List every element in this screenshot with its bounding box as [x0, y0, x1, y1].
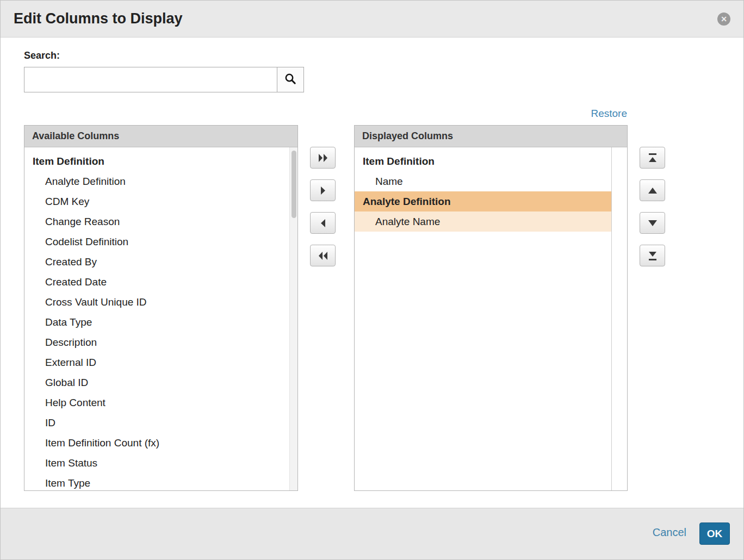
- available-column-item[interactable]: ID: [24, 413, 297, 433]
- available-column-item[interactable]: Item Definition Count (fx): [24, 433, 297, 453]
- available-columns-list: Item DefinitionAnalyte DefinitionCDM Key…: [24, 147, 297, 490]
- move-left-button[interactable]: [310, 212, 336, 234]
- available-column-item[interactable]: Created By: [24, 252, 297, 272]
- dialog-title: Edit Columns to Display: [14, 10, 183, 27]
- dialog-header: Edit Columns to Display ✕: [1, 1, 743, 38]
- move-to-top-button[interactable]: [640, 147, 665, 169]
- available-column-item[interactable]: Description: [24, 332, 297, 352]
- move-to-top-icon: [648, 153, 658, 163]
- close-icon[interactable]: ✕: [717, 13, 730, 26]
- move-to-bottom-icon: [648, 251, 658, 260]
- move-right-button[interactable]: [310, 179, 336, 201]
- available-scrollbar-track[interactable]: [289, 147, 297, 490]
- search-button[interactable]: [277, 67, 304, 92]
- move-down-button[interactable]: [640, 212, 665, 234]
- available-column-item[interactable]: Item Definition: [24, 151, 297, 171]
- search-input[interactable]: [24, 67, 277, 92]
- available-scrollbar-thumb[interactable]: [292, 151, 296, 218]
- available-column-item[interactable]: Created Date: [24, 272, 297, 292]
- displayed-column-item[interactable]: Name: [355, 171, 611, 191]
- move-down-icon: [648, 220, 658, 227]
- ok-button[interactable]: OK: [699, 522, 730, 545]
- displayed-columns-panel: Displayed Columns Item DefinitionNameAna…: [354, 125, 628, 491]
- displayed-columns-list: Item DefinitionNameAnalyte DefinitionAna…: [355, 147, 627, 490]
- search-label: Search:: [24, 50, 60, 61]
- available-column-item[interactable]: Item Type: [24, 473, 297, 490]
- available-column-item[interactable]: Help Content: [24, 393, 297, 413]
- move-right-icon: [320, 186, 326, 195]
- displayed-column-item[interactable]: Analyte Definition: [355, 191, 611, 211]
- move-all-left-button[interactable]: [310, 245, 336, 266]
- available-column-item[interactable]: Cross Vault Unique ID: [24, 292, 297, 312]
- available-column-item[interactable]: Global ID: [24, 372, 297, 393]
- available-column-item[interactable]: Codelist Definition: [24, 232, 297, 252]
- available-column-item[interactable]: Change Reason: [24, 211, 297, 232]
- move-all-right-button[interactable]: [310, 147, 336, 169]
- available-column-item[interactable]: Analyte Definition: [24, 171, 297, 191]
- move-to-bottom-button[interactable]: [640, 245, 665, 266]
- available-columns-header: Available Columns: [24, 126, 297, 147]
- move-all-right-icon: [318, 154, 328, 162]
- displayed-scrollbar-gutter: [611, 147, 627, 490]
- edit-columns-dialog: Edit Columns to Display ✕ Search: Restor…: [0, 0, 744, 560]
- move-left-icon: [320, 219, 326, 227]
- move-up-button[interactable]: [640, 179, 665, 201]
- available-column-item[interactable]: Item Status: [24, 453, 297, 473]
- move-all-left-icon: [318, 252, 328, 260]
- available-column-item[interactable]: External ID: [24, 352, 297, 372]
- available-column-item[interactable]: Data Type: [24, 312, 297, 332]
- cancel-button[interactable]: Cancel: [653, 526, 686, 539]
- restore-link[interactable]: Restore: [591, 108, 627, 120]
- search-icon: [284, 72, 297, 88]
- dialog-footer: Cancel OK: [1, 508, 743, 559]
- move-up-icon: [648, 187, 658, 194]
- available-columns-panel: Available Columns Item DefinitionAnalyte…: [24, 125, 298, 491]
- displayed-column-item[interactable]: Analyte Name: [355, 211, 611, 232]
- displayed-column-item[interactable]: Item Definition: [355, 151, 611, 171]
- available-column-item[interactable]: CDM Key: [24, 191, 297, 211]
- displayed-columns-header: Displayed Columns: [355, 126, 627, 147]
